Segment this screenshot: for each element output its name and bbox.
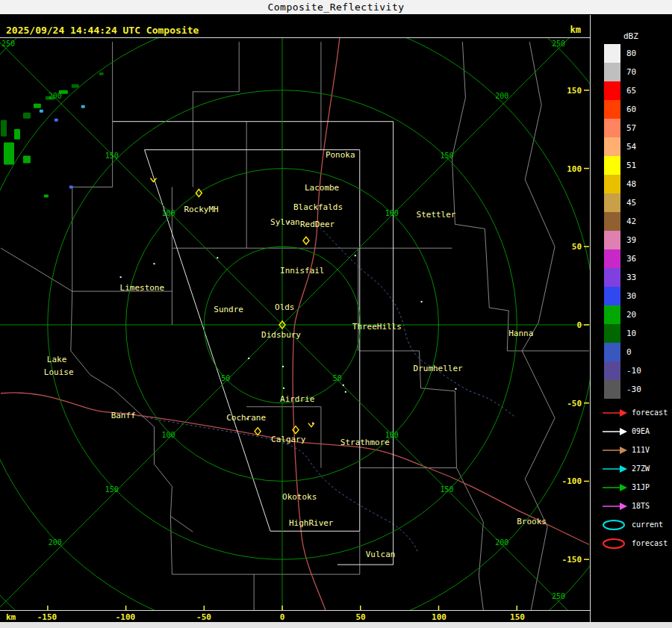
town-dot bbox=[120, 276, 122, 278]
legend-item-forecast: forecast bbox=[591, 534, 672, 553]
colorbar-row: 0 bbox=[591, 343, 672, 361]
track-legend: forecast09EA111V27ZW31JP18TScurrentforec… bbox=[591, 403, 672, 553]
colorbar-value: 57 bbox=[626, 123, 636, 133]
city-label-hanna: Hanna bbox=[508, 329, 533, 338]
city-label-limestone: Limestone bbox=[120, 283, 164, 293]
legend-label: 09EA bbox=[632, 427, 650, 435]
colorbar-swatch-60 bbox=[604, 100, 620, 119]
ring-distance-label: 250 bbox=[1, 40, 15, 48]
bottom-bar bbox=[0, 622, 672, 628]
town-dot bbox=[343, 385, 344, 386]
legend-label: 27ZW bbox=[632, 464, 650, 473]
radar-echo bbox=[99, 72, 104, 75]
radar-echo bbox=[4, 143, 14, 165]
radar-echo bbox=[69, 185, 73, 188]
radar-echo bbox=[55, 119, 58, 122]
colorbar-row: -10 bbox=[591, 361, 672, 380]
colorbar-value: 80 bbox=[626, 49, 636, 58]
colorbar-swatch-70 bbox=[604, 63, 620, 81]
x-axis-label: 100 bbox=[432, 612, 447, 622]
colorbar-value: 60 bbox=[626, 105, 636, 114]
colorbar-value: 10 bbox=[626, 329, 636, 338]
x-axis-label: -100 bbox=[116, 612, 136, 622]
colorbar-swatch-65 bbox=[604, 81, 620, 100]
x-axis-unit: km bbox=[6, 612, 16, 622]
radar-echo bbox=[40, 110, 43, 113]
town-dot bbox=[248, 358, 249, 359]
colorbar-value: 0 bbox=[626, 347, 632, 357]
colorbar-value: 51 bbox=[626, 161, 636, 170]
colorbar-title: dBZ bbox=[623, 31, 672, 41]
colorbar: 807065605754514845423936333020100-10-30 bbox=[591, 44, 672, 399]
colorbar-swatch-39 bbox=[604, 231, 620, 249]
radar-display[interactable]: 2502001501002502001501005050100100150150… bbox=[0, 37, 590, 611]
legend-item-31JP: 31JP bbox=[591, 478, 672, 497]
town-dot bbox=[421, 301, 423, 302]
ring-distance-label: 200 bbox=[49, 538, 62, 547]
y-axis-unit: km bbox=[570, 25, 581, 35]
city-label-ponoka: Ponoka bbox=[326, 150, 355, 160]
radar-echo bbox=[23, 156, 31, 164]
town-dot bbox=[217, 257, 218, 258]
colorbar-swatch-0 bbox=[604, 343, 620, 361]
city-label-brooks: Brooks bbox=[517, 517, 547, 526]
city-label-didsbury: Didsbury bbox=[261, 330, 301, 340]
track-arrow-icon bbox=[601, 500, 628, 512]
colorbar-swatch-54 bbox=[604, 137, 620, 156]
colorbar-row: 30 bbox=[591, 287, 672, 305]
city-label-strathmore: Strathmore bbox=[340, 438, 390, 447]
colorbar-row: 51 bbox=[591, 156, 672, 175]
colorbar-row: 42 bbox=[591, 212, 672, 231]
radar-echo bbox=[23, 113, 31, 119]
x-axis-label: -50 bbox=[196, 612, 211, 622]
colorbar-swatch-42 bbox=[604, 212, 620, 231]
track-arrow-icon bbox=[601, 444, 628, 456]
legend-label: forecast bbox=[632, 539, 668, 547]
colorbar-value: 20 bbox=[626, 310, 636, 320]
window-title: Composite_Reflectivity bbox=[267, 1, 404, 13]
colorbar-swatch-57 bbox=[604, 119, 620, 137]
colorbar-row: 36 bbox=[591, 249, 672, 268]
colorbar-swatch-45 bbox=[604, 193, 620, 212]
city-label-stettler: Stettler bbox=[417, 210, 456, 220]
colorbar-value: 33 bbox=[626, 273, 636, 282]
colorbar-value: 39 bbox=[626, 235, 636, 245]
colorbar-swatch-30 bbox=[604, 287, 620, 305]
colorbar-value: -30 bbox=[626, 385, 641, 394]
colorbar-row: 80 bbox=[591, 44, 672, 63]
colorbar-row: 48 bbox=[591, 175, 672, 193]
colorbar-row: 45 bbox=[591, 193, 672, 212]
colorbar-value: 45 bbox=[626, 198, 636, 208]
city-label-blackfalds: Blackfalds bbox=[293, 202, 343, 212]
x-axis-label: 150 bbox=[510, 612, 525, 622]
colorbar-row: -30 bbox=[591, 380, 672, 399]
ring-distance-label: 200 bbox=[49, 92, 62, 100]
radar-echo bbox=[81, 105, 85, 108]
legend-panel: dBZ 807065605754514845423936333020100-10… bbox=[590, 15, 672, 622]
town-dot bbox=[455, 388, 456, 390]
y-axis-label: 50 bbox=[572, 242, 582, 252]
colorbar-row: 65 bbox=[591, 81, 672, 100]
ring-distance-label: 50 bbox=[333, 374, 342, 382]
x-axis-label: -150 bbox=[37, 612, 57, 622]
ring-distance-label: 200 bbox=[495, 538, 508, 547]
radar-map-region: 2025/09/24 14:44:24 UTC Composite km bbox=[0, 15, 590, 622]
timestamp: 2025/09/24 14:44:24 UTC Composite bbox=[6, 25, 199, 36]
storm-cell-diamond bbox=[303, 237, 309, 244]
colorbar-value: 30 bbox=[626, 291, 636, 301]
city-label-lake: Lake bbox=[47, 355, 66, 364]
city-label-okotoks: Okotoks bbox=[282, 492, 317, 502]
colorbar-value: 54 bbox=[626, 142, 636, 152]
colorbar-swatch-20 bbox=[604, 305, 620, 324]
legend-item-18TS: 18TS bbox=[591, 497, 672, 515]
y-axis-label: 100 bbox=[567, 164, 582, 174]
city-label-calgary: Calgary bbox=[271, 435, 306, 444]
colorbar-value: 42 bbox=[626, 217, 636, 226]
legend-item-111V: 111V bbox=[591, 441, 672, 459]
colorbar-swatch-51 bbox=[604, 156, 620, 175]
legend-label: 111V bbox=[632, 446, 650, 454]
city-label-airdrie: Airdrie bbox=[280, 394, 314, 404]
track-arrow-icon bbox=[601, 426, 628, 438]
legend-label: 18TS bbox=[632, 502, 650, 510]
city-label-cochrane: Cochrane bbox=[226, 413, 266, 423]
